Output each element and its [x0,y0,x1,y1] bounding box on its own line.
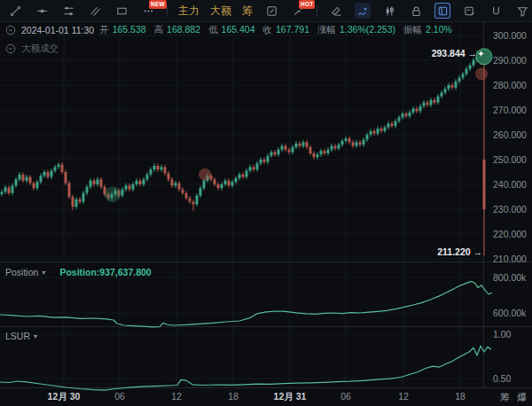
parallel-channel-icon[interactable] [87,3,103,19]
draw-edit-icon[interactable] [263,3,279,19]
chevron-down-icon: ▾ [42,269,45,277]
collapse-chevron-icon[interactable] [5,43,16,54]
position-value: Position:937,637.800 [59,267,151,277]
candle-body [373,131,376,134]
rectangle-tool-icon[interactable] [113,3,129,19]
continuous-drawing-icon[interactable] [355,3,371,19]
candle-body [164,167,167,173]
candle-body [79,199,82,202]
price-annotation: 211.220 → [437,246,482,257]
candle-body [483,160,486,209]
collapse-chevron-icon[interactable] [5,25,16,35]
ohlc-fields: 开165.538高168.882低165.404收167.791涨幅1.36%(… [99,24,452,36]
candlestick-tool-icon[interactable] [381,3,397,19]
field-value: 2.10% [426,24,452,36]
x-axis-label: 12 [398,391,409,402]
candle-body [61,165,64,172]
lock-icon[interactable] [408,3,424,19]
candle-body [370,131,372,135]
tab-large-orders[interactable]: 大额 [210,0,231,21]
candle-body [235,178,238,182]
candle-body [274,152,277,155]
field-value: 168.882 [167,24,200,36]
candle-body [448,85,450,89]
candle-body [455,82,458,88]
candle-body [146,175,149,180]
candle-body [129,185,131,189]
lsur-indicator-selector[interactable]: LSUR ▾ [5,331,37,341]
candle-body [160,167,163,169]
candle-body [359,142,362,144]
field-label: 高 [154,24,164,36]
position-indicator-selector[interactable]: Position ▾ [5,267,45,277]
ohlc-info-bar: 2024-01-01 11:30 开165.538高168.882低165.40… [5,24,452,36]
magnet-icon[interactable] [488,3,504,19]
position-line [0,281,492,326]
lsur-tick-label: 1.00 [493,329,512,340]
candle-body [192,202,195,205]
candle-body [462,74,465,77]
candle-body [139,181,142,184]
candle-body [178,183,181,190]
candle-body [341,141,344,144]
candle-body [437,97,440,103]
badge-hot: HOT [299,0,315,9]
field-value: 165.538 [113,24,146,36]
drawing-toolbar: NEW主力大额筹HOT [0,0,532,22]
candle-body [200,188,202,195]
more-tools-icon[interactable]: NEW [140,3,156,19]
candle-body [338,144,340,148]
candle-body [242,175,245,177]
x-axis-label: 12 [171,391,182,402]
field-label: 收 [263,24,273,36]
candle-body [90,181,92,187]
filter-icon[interactable] [514,3,530,19]
candle-body [196,196,199,205]
position-indicator-name: Position [5,267,38,277]
note-edit-icon[interactable] [461,3,477,19]
candle-body [253,167,255,169]
candle-body [231,182,234,185]
lsur-panel-header: LSUR ▾ [5,331,37,341]
magic-brush-icon[interactable]: HOT [290,3,306,19]
ohlc-field: 涨幅1.36%(2.253) [317,24,395,36]
candle-body [366,135,369,140]
position-tick-label: 800.00k [493,272,527,283]
candle-body [430,100,433,105]
candle-body [263,160,266,162]
candle-body [100,179,103,186]
price-tick-label: 250.000 [493,154,527,165]
candle-body [12,185,14,192]
tool-liquidation[interactable]: 爆 [517,391,527,404]
field-label: 低 [208,24,218,36]
candle-body [441,92,443,96]
price-tick-label: 230.000 [493,204,527,215]
candle-body [221,184,223,188]
x-axis-label: 18 [455,391,466,402]
candle-body [153,166,156,169]
candle-body [352,142,355,145]
tab-main-force[interactable]: 主力 [178,0,200,21]
candle-body [15,179,18,185]
candle-body [246,171,248,177]
layers-icon[interactable] [434,3,450,19]
fib-retracement-icon[interactable] [60,3,76,19]
tool-chips[interactable]: 筹 [500,391,510,404]
candle-body [86,187,89,193]
candle-body [68,183,71,197]
candle-body [125,185,128,189]
horizontal-line-icon[interactable] [34,3,50,19]
candle-body [324,151,326,153]
candle-body [458,78,461,82]
eraser-icon[interactable] [328,3,344,19]
tab-chips[interactable]: 筹 [242,0,253,21]
candle-body [270,152,273,156]
candle-body [217,184,220,188]
trend-line-icon[interactable] [7,3,23,19]
candle-body [317,154,319,157]
lsur-line [0,346,491,390]
chart-canvas[interactable]: 300.000290.000280.000270.000260.000250.0… [0,0,532,406]
candle-body [214,179,216,184]
candle-body [416,109,419,112]
candle-body [168,173,170,179]
